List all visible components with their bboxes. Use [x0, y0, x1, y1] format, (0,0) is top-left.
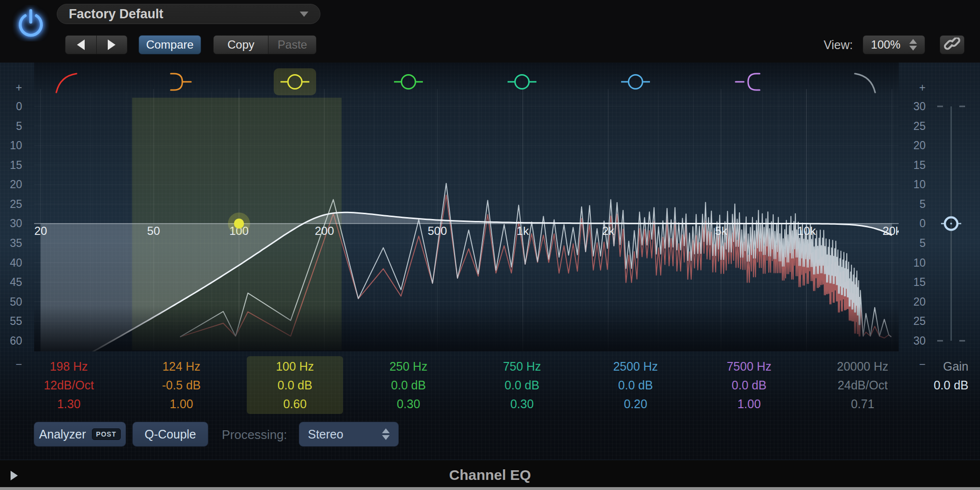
band-7-value-0[interactable]: 7500 Hz	[726, 358, 771, 375]
copy-button[interactable]: Copy	[214, 36, 268, 54]
freq-tick-20: 20	[34, 224, 47, 237]
band-3-readout: 100 Hz0.0 dB0.60	[247, 356, 343, 414]
band-1-value-0[interactable]: 198 Hz	[50, 358, 88, 375]
freq-tick-200: 200	[315, 224, 334, 237]
band-8-value-1[interactable]: 24dB/Oct	[838, 376, 888, 394]
scale-label-0: 0	[0, 100, 22, 113]
arrow-right-icon	[108, 39, 115, 50]
paste-label: Paste	[278, 38, 307, 52]
band-5-value-1[interactable]: 0.0 dB	[505, 376, 539, 394]
scale-label-0: 30	[904, 100, 926, 113]
highshelf-icon	[731, 68, 767, 95]
analyzer-label: Analyzer	[39, 427, 86, 441]
copy-label: Copy	[228, 38, 255, 52]
band-1-value-1[interactable]: 12dB/Oct	[44, 376, 94, 394]
select-arrows-icon	[382, 428, 390, 440]
band-6-value-2[interactable]: 0.20	[624, 395, 648, 413]
scale-label-4: 10	[904, 178, 926, 191]
band-7-value-1[interactable]: 0.0 dB	[732, 376, 766, 394]
lowshelf-icon	[163, 68, 200, 95]
scale-label-7: 5	[904, 237, 926, 250]
scale-label-1: 5	[0, 120, 22, 133]
band-1-value-2[interactable]: 1.30	[57, 395, 81, 413]
scale-label-8: 40	[0, 257, 22, 270]
band-3-control-dot[interactable]	[234, 219, 244, 229]
band-8-value-0[interactable]: 20000 Hz	[837, 358, 888, 375]
band-7-readout: 7500 Hz0.0 dB1.00	[701, 356, 797, 414]
band-5-value-0[interactable]: 750 Hz	[503, 358, 541, 375]
freq-tick-50: 50	[147, 224, 160, 237]
gain-value[interactable]: 0.0 dB	[934, 376, 968, 394]
eq-graph[interactable]: 20501002005001k2k5k10k20k	[34, 63, 899, 356]
band-6-icon[interactable]	[614, 68, 657, 95]
q-couple-button[interactable]: Q-Couple	[132, 422, 208, 447]
band-8-value-2[interactable]: 0.71	[851, 395, 875, 413]
power-button[interactable]	[13, 5, 49, 41]
band-1-icon[interactable]	[48, 68, 90, 95]
band-2-value-1[interactable]: -0.5 dB	[162, 376, 201, 394]
band-5-icon[interactable]	[501, 68, 543, 95]
scale-label-9: 45	[0, 276, 22, 289]
scale-label-12: 60	[0, 335, 22, 348]
arrow-left-icon	[77, 39, 85, 50]
scale-label-4: 20	[0, 178, 22, 191]
band-4-readout: 250 Hz0.0 dB0.30	[360, 356, 457, 414]
compare-button[interactable]: Compare	[139, 35, 201, 54]
scale-label-9: 15	[904, 276, 926, 289]
plugin-title: Channel EQ	[0, 467, 980, 483]
q-couple-label: Q-Couple	[145, 427, 196, 441]
stepper-arrows-icon	[909, 39, 917, 51]
band-2-value-0[interactable]: 124 Hz	[162, 358, 200, 375]
processing-value: Stereo	[308, 427, 373, 441]
chain-link-icon	[944, 38, 960, 52]
scale-label-3: 15	[904, 159, 926, 172]
band-3-value-0[interactable]: 100 Hz	[276, 358, 314, 375]
band-4-value-2[interactable]: 0.30	[397, 395, 420, 413]
band-4-value-0[interactable]: 250 Hz	[389, 358, 427, 375]
scale-label-6: 30	[0, 217, 22, 230]
analyzer-button[interactable]: Analyzer POST	[34, 422, 126, 447]
copy-paste-group: Copy Paste	[213, 35, 317, 54]
freq-tick-10k: 10k	[797, 224, 816, 237]
plugin-footer: Channel EQ	[0, 460, 980, 490]
bell-icon	[617, 68, 654, 95]
scale-label-11: 55	[0, 315, 22, 328]
band-4-value-1[interactable]: 0.0 dB	[391, 376, 426, 394]
analyzer-post-badge[interactable]: POST	[92, 428, 121, 440]
preset-dropdown[interactable]: Factory Default	[57, 4, 320, 24]
band-3-icon[interactable]	[274, 68, 316, 95]
band-6-value-1[interactable]: 0.0 dB	[618, 376, 653, 394]
scale-label-8: 10	[904, 257, 926, 270]
band-2-icon[interactable]	[160, 68, 203, 95]
master-gain-slider[interactable]	[930, 63, 972, 356]
band-7-icon[interactable]	[728, 68, 770, 95]
preset-prev-button[interactable]	[65, 36, 96, 54]
preset-next-button[interactable]	[97, 36, 127, 54]
band-8-icon[interactable]	[841, 68, 884, 95]
band-7-value-2[interactable]: 1.00	[738, 395, 761, 413]
scale-label-2: 20	[904, 139, 926, 152]
freq-tick-20k: 20k	[883, 224, 899, 237]
preset-prev-next-group	[65, 35, 127, 54]
view-zoom-stepper[interactable]: 100%	[863, 35, 925, 54]
band-3-value-2[interactable]: 0.60	[283, 395, 307, 413]
highpass-icon	[51, 68, 87, 95]
gain-slider-handle[interactable]	[941, 218, 961, 230]
band-4-icon[interactable]	[387, 68, 430, 95]
scale-label-10: 20	[904, 296, 926, 309]
band-6-value-0[interactable]: 2500 Hz	[613, 358, 658, 375]
band-3-value-1[interactable]: 0.0 dB	[278, 376, 312, 394]
link-button[interactable]	[940, 35, 965, 54]
gain-label: Gain	[943, 358, 968, 375]
band-5-value-2[interactable]: 0.30	[510, 395, 534, 413]
freq-tick-1k: 1k	[517, 224, 529, 237]
freq-tick-2k: 2k	[602, 224, 614, 237]
scale-plus: +	[0, 81, 22, 94]
processing-select[interactable]: Stereo	[299, 422, 399, 447]
processing-label: Processing:	[222, 427, 287, 442]
freq-tick-5k: 5k	[715, 224, 727, 237]
view-label: View:	[824, 38, 853, 52]
scale-minus: −	[0, 358, 22, 371]
paste-button[interactable]: Paste	[268, 36, 316, 54]
band-2-value-2[interactable]: 1.00	[170, 395, 193, 413]
